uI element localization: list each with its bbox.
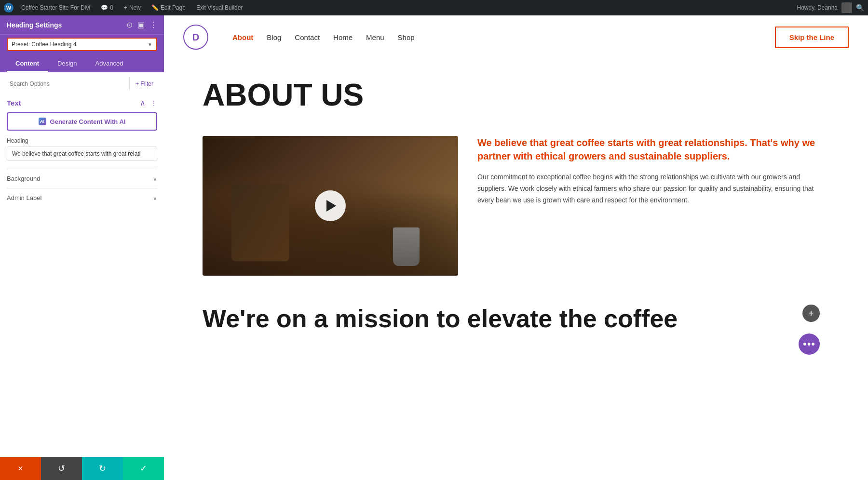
- website-preview: D About Blog Contact Home Menu Shop Skip…: [164, 15, 868, 480]
- search-filter-bar: + Filter: [5, 77, 159, 91]
- video-wrapper: [203, 136, 458, 276]
- admin-label-section: Admin Label ∨: [7, 188, 157, 207]
- body-text: Our commitment to exceptional coffee beg…: [477, 172, 829, 206]
- mission-title: We're on a mission to elevate the coffee: [203, 305, 829, 333]
- fullscreen-icon[interactable]: ⊙: [126, 20, 133, 29]
- admin-avatar[interactable]: [841, 2, 852, 13]
- about-text-col: We believe that great coffee starts with…: [477, 136, 829, 206]
- main-layout: Heading Settings ⊙ ▣ ⋮ Preset: Coffee He…: [0, 15, 868, 480]
- text-section-collapse-icon[interactable]: ∧: [140, 98, 146, 107]
- edit-page-link[interactable]: ✏️ Edit Page: [149, 0, 189, 15]
- filter-button[interactable]: + Filter: [129, 77, 159, 91]
- more-icon[interactable]: ⋮: [149, 20, 157, 29]
- background-chevron-down-icon: ∨: [153, 175, 157, 182]
- undo-button[interactable]: ↺: [41, 457, 82, 480]
- ai-icon: AI: [39, 118, 46, 125]
- chevron-down-icon: ▼: [148, 42, 152, 47]
- site-nav: D About Blog Contact Home Menu Shop Skip…: [164, 15, 868, 59]
- heading-input[interactable]: [7, 147, 157, 161]
- comments-link[interactable]: 💬 0: [98, 0, 116, 15]
- admin-bar: W Coffee Starter Site For Divi 💬 0 + New…: [0, 0, 868, 15]
- background-section: Background ∨: [7, 169, 157, 188]
- mission-section: We're on a mission to elevate the coffee…: [164, 295, 868, 343]
- panel-header: Heading Settings ⊙ ▣ ⋮: [0, 15, 164, 35]
- cancel-button[interactable]: ×: [0, 457, 41, 480]
- play-icon: [326, 200, 336, 212]
- nav-link-shop[interactable]: Shop: [398, 33, 415, 41]
- nav-link-about[interactable]: About: [232, 33, 253, 41]
- play-button[interactable]: [315, 190, 346, 221]
- save-button[interactable]: ✓: [123, 457, 164, 480]
- nav-link-contact[interactable]: Contact: [295, 33, 320, 41]
- exit-builder-link[interactable]: Exit Visual Builder: [193, 0, 246, 15]
- ai-generate-button[interactable]: AI Generate Content With AI: [7, 112, 157, 131]
- admin-label-chevron-down-icon: ∨: [153, 195, 157, 201]
- tab-content[interactable]: Content: [7, 56, 48, 72]
- nav-link-home[interactable]: Home: [333, 33, 353, 41]
- tab-advanced[interactable]: Advanced: [87, 56, 132, 72]
- hero-title: ABOUT US: [203, 78, 829, 112]
- more-options-button[interactable]: •••: [799, 333, 820, 355]
- text-section-header: Text ∧ ⋮: [7, 98, 157, 107]
- heading-field-label: Heading: [7, 137, 157, 144]
- redo-button[interactable]: ↻: [82, 457, 123, 480]
- background-section-header[interactable]: Background ∨: [7, 175, 157, 182]
- new-content-link[interactable]: + New: [121, 0, 144, 15]
- hero-section: ABOUT US: [164, 59, 868, 136]
- panel-title: Heading Settings: [7, 21, 62, 29]
- highlight-text: We believe that great coffee starts with…: [477, 136, 829, 163]
- wp-icon[interactable]: W: [4, 3, 14, 13]
- layout-icon[interactable]: ▣: [137, 20, 145, 29]
- preset-bar: Preset: Coffee Heading 4 ▼: [0, 35, 164, 56]
- nav-cta-button[interactable]: Skip the Line: [775, 27, 849, 48]
- text-section-menu-icon[interactable]: ⋮: [150, 99, 157, 107]
- admin-bar-right: Howdy, Deanna 🔍: [797, 2, 865, 13]
- panel-header-icons: ⊙ ▣ ⋮: [126, 20, 157, 29]
- search-icon[interactable]: 🔍: [856, 4, 864, 12]
- search-options-input[interactable]: [5, 77, 129, 91]
- panel-fields: Text ∧ ⋮ AI Generate Content With AI Hea…: [0, 93, 164, 212]
- admin-label-section-title: Admin Label: [7, 194, 41, 201]
- tab-bar: Content Design Advanced: [0, 56, 164, 72]
- nav-links: About Blog Contact Home Menu Shop: [232, 33, 415, 41]
- admin-label-section-header[interactable]: Admin Label ∨: [7, 194, 157, 201]
- bottom-toolbar: × ↺ ↻ ✓: [0, 457, 164, 480]
- nav-link-menu[interactable]: Menu: [366, 33, 384, 41]
- site-name-link[interactable]: Coffee Starter Site For Divi: [18, 0, 93, 15]
- video-thumbnail: [203, 136, 458, 276]
- howdy-text: Howdy, Deanna: [797, 4, 838, 11]
- preset-dropdown[interactable]: Preset: Coffee Heading 4 ▼: [7, 38, 157, 51]
- site-logo: D: [183, 25, 208, 50]
- left-panel: Heading Settings ⊙ ▣ ⋮ Preset: Coffee He…: [0, 15, 164, 480]
- background-section-title: Background: [7, 175, 40, 182]
- nav-link-blog[interactable]: Blog: [267, 33, 281, 41]
- text-section-title: Text: [7, 99, 21, 107]
- about-two-col: We believe that great coffee starts with…: [164, 136, 868, 295]
- tab-design[interactable]: Design: [49, 56, 85, 72]
